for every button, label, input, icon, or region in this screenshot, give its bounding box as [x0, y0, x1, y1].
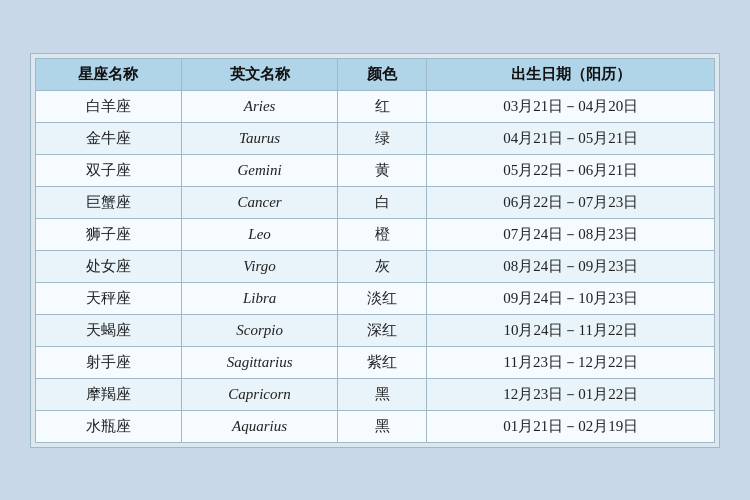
cell-row1-col3: 04月21日－05月21日: [427, 122, 715, 154]
cell-row9-col3: 12月23日－01月22日: [427, 378, 715, 410]
cell-row4-col1: Leo: [181, 218, 338, 250]
cell-row8-col1: Sagittarius: [181, 346, 338, 378]
cell-row4-col3: 07月24日－08月23日: [427, 218, 715, 250]
header-dates: 出生日期（阳历）: [427, 58, 715, 90]
header-chinese: 星座名称: [36, 58, 182, 90]
cell-row0-col0: 白羊座: [36, 90, 182, 122]
table-row: 水瓶座Aquarius黑01月21日－02月19日: [36, 410, 715, 442]
cell-row8-col0: 射手座: [36, 346, 182, 378]
table-row: 天蝎座Scorpio深红10月24日－11月22日: [36, 314, 715, 346]
cell-row8-col2: 紫红: [338, 346, 427, 378]
table-header-row: 星座名称 英文名称 颜色 出生日期（阳历）: [36, 58, 715, 90]
cell-row1-col2: 绿: [338, 122, 427, 154]
cell-row6-col2: 淡红: [338, 282, 427, 314]
cell-row0-col3: 03月21日－04月20日: [427, 90, 715, 122]
cell-row8-col3: 11月23日－12月22日: [427, 346, 715, 378]
header-english: 英文名称: [181, 58, 338, 90]
cell-row6-col1: Libra: [181, 282, 338, 314]
cell-row7-col0: 天蝎座: [36, 314, 182, 346]
cell-row9-col2: 黑: [338, 378, 427, 410]
cell-row2-col3: 05月22日－06月21日: [427, 154, 715, 186]
cell-row3-col1: Cancer: [181, 186, 338, 218]
cell-row3-col0: 巨蟹座: [36, 186, 182, 218]
cell-row5-col0: 处女座: [36, 250, 182, 282]
zodiac-table-container: 星座名称 英文名称 颜色 出生日期（阳历） 白羊座Aries红03月21日－04…: [30, 53, 720, 448]
table-row: 金牛座Taurus绿04月21日－05月21日: [36, 122, 715, 154]
cell-row0-col1: Aries: [181, 90, 338, 122]
cell-row1-col0: 金牛座: [36, 122, 182, 154]
table-row: 巨蟹座Cancer白06月22日－07月23日: [36, 186, 715, 218]
cell-row10-col2: 黑: [338, 410, 427, 442]
cell-row9-col1: Capricorn: [181, 378, 338, 410]
cell-row6-col3: 09月24日－10月23日: [427, 282, 715, 314]
cell-row7-col2: 深红: [338, 314, 427, 346]
cell-row7-col3: 10月24日－11月22日: [427, 314, 715, 346]
cell-row2-col2: 黄: [338, 154, 427, 186]
zodiac-table: 星座名称 英文名称 颜色 出生日期（阳历） 白羊座Aries红03月21日－04…: [35, 58, 715, 443]
cell-row2-col0: 双子座: [36, 154, 182, 186]
table-row: 天秤座Libra淡红09月24日－10月23日: [36, 282, 715, 314]
header-color: 颜色: [338, 58, 427, 90]
cell-row3-col3: 06月22日－07月23日: [427, 186, 715, 218]
table-row: 射手座Sagittarius紫红11月23日－12月22日: [36, 346, 715, 378]
cell-row5-col3: 08月24日－09月23日: [427, 250, 715, 282]
table-row: 双子座Gemini黄05月22日－06月21日: [36, 154, 715, 186]
cell-row0-col2: 红: [338, 90, 427, 122]
cell-row4-col0: 狮子座: [36, 218, 182, 250]
table-row: 白羊座Aries红03月21日－04月20日: [36, 90, 715, 122]
cell-row4-col2: 橙: [338, 218, 427, 250]
table-row: 处女座Virgo灰08月24日－09月23日: [36, 250, 715, 282]
cell-row7-col1: Scorpio: [181, 314, 338, 346]
cell-row2-col1: Gemini: [181, 154, 338, 186]
cell-row1-col1: Taurus: [181, 122, 338, 154]
cell-row10-col1: Aquarius: [181, 410, 338, 442]
table-row: 摩羯座Capricorn黑12月23日－01月22日: [36, 378, 715, 410]
cell-row5-col1: Virgo: [181, 250, 338, 282]
cell-row9-col0: 摩羯座: [36, 378, 182, 410]
table-row: 狮子座Leo橙07月24日－08月23日: [36, 218, 715, 250]
cell-row3-col2: 白: [338, 186, 427, 218]
cell-row10-col0: 水瓶座: [36, 410, 182, 442]
cell-row5-col2: 灰: [338, 250, 427, 282]
cell-row6-col0: 天秤座: [36, 282, 182, 314]
cell-row10-col3: 01月21日－02月19日: [427, 410, 715, 442]
